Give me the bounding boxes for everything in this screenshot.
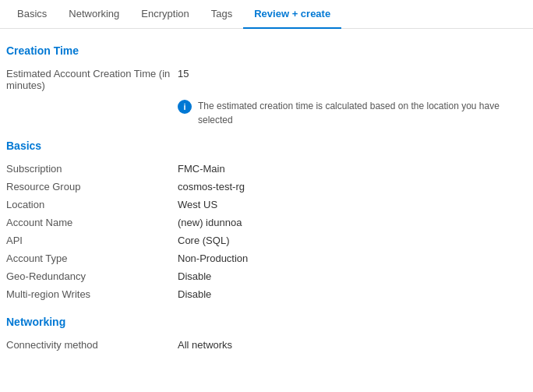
location-label: Location bbox=[6, 199, 178, 210]
account-type-label: Account Type bbox=[6, 253, 178, 264]
multi-region-writes-value: Disable bbox=[178, 288, 211, 300]
tab-encryption[interactable]: Encryption bbox=[130, 0, 199, 29]
networking-heading: Networking bbox=[6, 316, 527, 328]
creation-time-label: Estimated Account Creation Time (in minu… bbox=[6, 68, 178, 91]
connectivity-method-value: All networks bbox=[178, 339, 232, 351]
account-name-label: Account Name bbox=[6, 217, 178, 228]
tab-review-create[interactable]: Review + create bbox=[243, 0, 341, 29]
geo-redundancy-row: Geo-Redundancy Disable bbox=[6, 267, 527, 285]
account-type-row: Account Type Non-Production bbox=[6, 249, 527, 267]
section-networking: Networking Connectivity method All netwo… bbox=[6, 316, 527, 354]
account-type-value: Non-Production bbox=[178, 253, 248, 264]
connectivity-method-row: Connectivity method All networks bbox=[6, 336, 527, 354]
connectivity-method-label: Connectivity method bbox=[6, 339, 178, 351]
creation-time-note: i The estimated creation time is calcula… bbox=[178, 99, 527, 127]
resource-group-row: Resource Group cosmos-test-rg bbox=[6, 178, 527, 196]
api-label: API bbox=[6, 235, 178, 246]
resource-group-label: Resource Group bbox=[6, 181, 178, 192]
subscription-label: Subscription bbox=[6, 163, 178, 175]
geo-redundancy-label: Geo-Redundancy bbox=[6, 270, 178, 282]
content-area: Creation Time Estimated Account Creation… bbox=[0, 29, 533, 379]
api-value: Core (SQL) bbox=[178, 235, 229, 246]
section-basics: Basics Subscription FMC-Main Resource Gr… bbox=[6, 139, 527, 303]
geo-redundancy-value: Disable bbox=[178, 270, 211, 282]
section-creation-time: Creation Time Estimated Account Creation… bbox=[6, 44, 527, 127]
multi-region-writes-row: Multi-region Writes Disable bbox=[6, 285, 527, 303]
creation-time-value: 15 bbox=[178, 68, 189, 79]
info-icon: i bbox=[178, 100, 192, 114]
creation-time-heading: Creation Time bbox=[6, 44, 527, 57]
resource-group-value: cosmos-test-rg bbox=[178, 181, 245, 192]
subscription-value: FMC-Main bbox=[178, 163, 225, 175]
location-row: Location West US bbox=[6, 196, 527, 214]
account-name-value: (new) idunnoa bbox=[178, 217, 242, 228]
tab-basics[interactable]: Basics bbox=[6, 0, 58, 29]
api-row: API Core (SQL) bbox=[6, 231, 527, 249]
tab-networking[interactable]: Networking bbox=[58, 0, 130, 29]
multi-region-writes-label: Multi-region Writes bbox=[6, 288, 178, 300]
creation-time-row: Estimated Account Creation Time (in minu… bbox=[6, 65, 527, 94]
basics-heading: Basics bbox=[6, 139, 527, 152]
tab-tags[interactable]: Tags bbox=[200, 0, 243, 29]
location-value: West US bbox=[178, 199, 217, 210]
subscription-row: Subscription FMC-Main bbox=[6, 160, 527, 178]
account-name-row: Account Name (new) idunnoa bbox=[6, 214, 527, 231]
creation-time-note-text: The estimated creation time is calculate… bbox=[198, 99, 510, 127]
tab-bar: Basics Networking Encryption Tags Review… bbox=[0, 0, 533, 29]
